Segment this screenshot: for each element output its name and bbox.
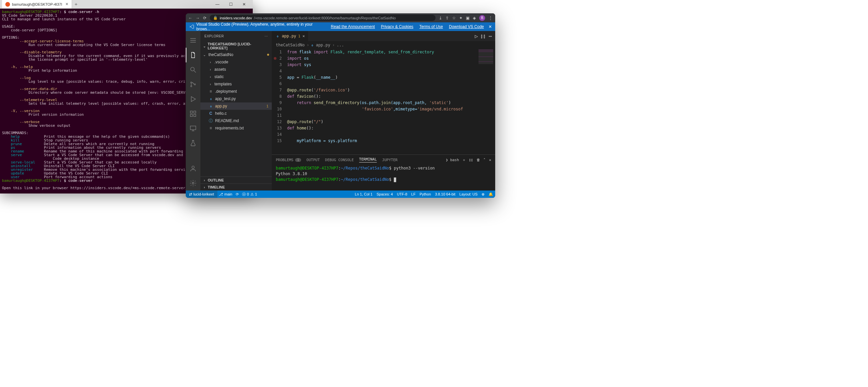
problems-indicator[interactable]: ⓧ0 ⚠1 (242, 192, 257, 197)
code-content[interactable]: from flask import Flask, render_template… (287, 49, 495, 154)
run-button[interactable]: ▷ (475, 33, 478, 39)
shell-selector[interactable]: ❯ bash (446, 158, 459, 162)
window-controls: — ☐ ✕ (211, 2, 251, 7)
extensions-icon[interactable] (186, 107, 200, 121)
split-terminal-icon[interactable]: ⫿⫿ (469, 158, 473, 162)
forward-button[interactable]: → (196, 16, 200, 20)
breadcrumb-separator: › (333, 43, 335, 48)
menu-button[interactable]: ⋮ (489, 16, 493, 20)
explorer-more-icon[interactable]: ⋯ (265, 34, 268, 38)
breadcrumb-item[interactable]: ⬨ app.py (311, 43, 331, 48)
back-button[interactable]: ← (188, 16, 192, 20)
browser-toolbar: ← → ⟳ 🔒 insiders.vscode.dev/+ms-vscode.r… (186, 13, 495, 22)
breakpoint-icon[interactable] (274, 57, 276, 60)
new-terminal-icon[interactable]: ＋ (462, 157, 466, 162)
tree-folder[interactable]: › .vscode (200, 58, 272, 66)
more-icon[interactable]: ⋯ (489, 33, 492, 39)
editor-tab[interactable]: ⬨ app.py 1 ✕ (272, 31, 308, 41)
extension-icon[interactable]: ✦ (459, 16, 463, 20)
testing-icon[interactable] (186, 136, 200, 150)
terminal-tab[interactable]: bamurtaugh@DESKTOP-4I37I ✕ (2, 0, 72, 8)
banner-link[interactable]: Read the Announcement (331, 24, 375, 29)
banner-link[interactable]: Terms of Use (420, 24, 443, 29)
remote-icon: ⇄ (189, 192, 192, 197)
bell-icon[interactable]: 🔔 (489, 192, 493, 197)
cursor (394, 177, 396, 182)
trash-icon[interactable]: 🗑 (476, 158, 480, 162)
close-tab-icon[interactable]: ✕ (303, 34, 305, 38)
tab-actions: ▷ ⫿⫿ ⋯ (471, 31, 495, 41)
txt-file-icon: ≡ (209, 126, 213, 130)
settings-icon[interactable] (186, 176, 200, 190)
indentation[interactable]: Spaces: 4 (376, 192, 393, 196)
terminal-panel[interactable]: bamurtaugh@DESKTOP-4I37HP7:~/Repos/theCa… (272, 165, 495, 190)
chevron-up-icon[interactable]: ˄ (484, 158, 486, 162)
python-interpreter[interactable]: 3.8.10 64-bit (435, 192, 455, 196)
run-debug-icon[interactable] (186, 92, 200, 107)
timeline-section[interactable]: › TIMELINE (200, 183, 272, 190)
star-icon[interactable]: ☆ (452, 16, 456, 20)
panel-tab-terminal[interactable]: TERMINAL (359, 157, 377, 162)
panel-tab-debug-console[interactable]: DEBUG CONSOLE (325, 158, 354, 162)
tree-file[interactable]: ≡ .deployment (200, 88, 272, 95)
tree-folder[interactable]: › assets (200, 66, 272, 73)
address-bar[interactable]: 🔒 insiders.vscode.dev/+ms-vscode.remote-… (210, 15, 435, 21)
cursor-position[interactable]: Ln 1, Col 1 (355, 192, 372, 196)
py-file-icon: ⬨ (209, 96, 213, 101)
eol[interactable]: LF (411, 192, 415, 196)
tree-file[interactable]: ⬨ app.py 1 (200, 102, 272, 110)
minimap[interactable] (476, 49, 495, 154)
extension-icon-3[interactable]: ◈ (473, 16, 476, 20)
breadcrumb-item[interactable]: theCatSaidNo (276, 43, 305, 48)
panel-tab-problems[interactable]: PROBLEMS1 (276, 158, 301, 162)
editor-area: ⬨ app.py 1 ✕ ▷ ⫿⫿ ⋯ theCatSaidNo›⬨ app.p… (272, 31, 495, 190)
tree-file[interactable]: ⓘ README.md (200, 117, 272, 124)
source-control-icon[interactable] (186, 77, 200, 92)
workspace-section[interactable]: ⌄ THECATSAIDNO [LUCID-LORIKEET] (200, 41, 272, 51)
panel-tab-jupyter[interactable]: JUPYTER (382, 158, 398, 162)
url-path: /+ms-vscode.remote-server/lucid-lorikeet… (254, 16, 396, 20)
extension-icon-2[interactable]: ▣ (466, 16, 469, 20)
maximize-button[interactable]: ☐ (224, 2, 238, 7)
folder-name: theCatSaidNo (209, 52, 234, 57)
breadcrumb-item[interactable]: ... (337, 43, 344, 48)
tree-root[interactable]: ⌄ theCatSaidNo (200, 51, 272, 58)
tree-file[interactable]: ≡ requirements.txt (200, 124, 272, 132)
close-banner-button[interactable]: ✕ (489, 24, 492, 29)
minimize-button[interactable]: — (211, 2, 224, 7)
banner-link[interactable]: Privacy & Cookies (381, 24, 413, 29)
sync-button[interactable]: ⟳ (236, 192, 239, 197)
split-editor-icon[interactable]: ⫿⫿ (480, 33, 486, 39)
breadcrumb-separator: › (307, 43, 309, 48)
remote-explorer-icon[interactable] (186, 121, 200, 136)
banner-link[interactable]: Download VS Code (449, 24, 484, 29)
feedback-icon[interactable]: ⊕ (482, 192, 485, 197)
tree-folder[interactable]: › static (200, 73, 272, 81)
new-tab-button[interactable]: ＋ (72, 1, 80, 7)
language-mode[interactable]: Python (420, 192, 431, 196)
layout[interactable]: Layout: US (460, 192, 477, 196)
branch-indicator[interactable]: ⎇ main (219, 192, 232, 197)
panel-tab-output[interactable]: OUTPUT (306, 158, 320, 162)
tree-file[interactable]: C hello.c (200, 110, 272, 117)
encoding[interactable]: UTF-8 (397, 192, 407, 196)
menu-icon[interactable] (186, 33, 200, 48)
install-icon[interactable]: ⤓ (439, 16, 442, 20)
avatar[interactable]: B (479, 15, 485, 21)
code-editor[interactable]: 123456789101112131415 from flask import … (272, 49, 495, 154)
tree-file[interactable]: ⬨ app_test.py (200, 95, 272, 102)
outline-section[interactable]: › OUTLINE (200, 177, 272, 183)
explorer-icon[interactable] (186, 48, 200, 62)
tree-folder[interactable]: › templates (200, 81, 272, 88)
remote-indicator[interactable]: ⇄ lucid-lorikeet (186, 190, 217, 198)
close-button[interactable]: ✕ (238, 2, 251, 7)
breadcrumbs[interactable]: theCatSaidNo›⬨ app.py›... (272, 41, 495, 49)
close-tab-icon[interactable]: ✕ (65, 2, 68, 6)
terminal-tab-title: bamurtaugh@DESKTOP-4I37I (12, 2, 62, 6)
workspace-name: THECATSAIDNO [LUCID-LORIKEET] (208, 42, 270, 50)
share-icon[interactable]: ⇪ (445, 16, 449, 20)
close-panel-icon[interactable]: ✕ (489, 158, 491, 162)
accounts-icon[interactable] (186, 161, 200, 176)
search-icon[interactable] (186, 62, 200, 77)
reload-button[interactable]: ⟳ (203, 16, 207, 20)
